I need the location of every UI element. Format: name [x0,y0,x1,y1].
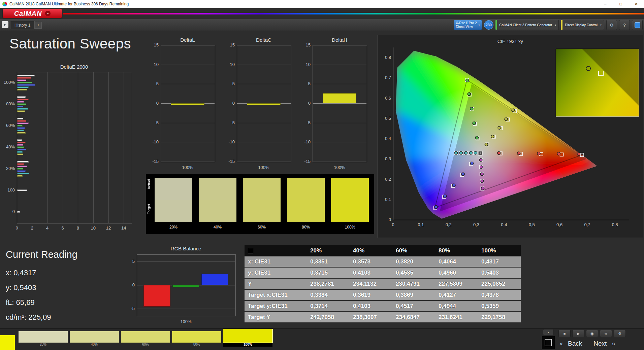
workspace-button[interactable] [632,20,643,30]
gridline [313,123,366,123]
rgb-bar-blue [201,274,228,285]
x-category-label: 100% [161,165,215,170]
stop-icon[interactable]: ■ [558,330,571,337]
deltae-bar [17,132,26,134]
settings-icon[interactable]: ⚙ [614,330,626,337]
measured-point [498,126,501,129]
table-cell: 0,4944 [435,301,478,311]
workspace-icon [635,22,640,28]
y-tick-label: -10 [298,139,311,144]
help-button[interactable]: ? [619,20,630,30]
deltae-bar [17,125,23,127]
gridline [313,84,366,84]
maximize-button[interactable]: □ [613,0,629,8]
cie-x-tick: 0,4 [498,222,510,227]
cie-x-tick: 0,7 [581,222,593,227]
table-cell: 0,3820 [392,256,435,267]
x-tick-label: 0 [13,225,21,231]
gridline [161,84,215,84]
close-button[interactable]: ✕ [629,0,644,8]
gridline [137,261,235,262]
y-tick-label: 0 [146,101,159,106]
pattern-source-button[interactable]: CalMAN Client 3 Pattern Generator ▾ [495,20,559,30]
reading-y: y: 0,5403 [6,280,77,295]
next-button[interactable]: Next [593,340,607,347]
target-axis-label: Target [147,204,151,214]
cie-y-tick: 0,6 [378,96,391,101]
cie-x-tick: 0,1 [415,222,427,227]
tab-history-1[interactable]: History 1 [10,21,35,29]
pattern-button-100%[interactable]: 100% [223,329,272,345]
x-tick-label: 14 [120,225,128,231]
rgb-balance-chart: RGB Balance 50-5100% [122,245,240,326]
gridline [63,72,63,223]
chart-title: DeltaC [237,37,291,43]
minimize-button[interactable]: – [598,0,613,8]
table-cell: 0,3384 [307,290,350,300]
table-header-cell: 40% [350,245,392,256]
settings-button[interactable]: ⚙ [606,20,617,30]
meter-device-button[interactable]: X-Rite i1Pro 2 Direct View ▾ [454,20,482,30]
pattern-button-60%[interactable]: 60% [121,331,170,347]
gridline [237,162,291,162]
target-swatch [155,200,192,222]
table-cell: 0,4103 [350,301,392,311]
deltae-bar [17,149,26,150]
measured-point [480,166,483,169]
y-tick-label: 5 [146,81,159,86]
deltae-bar [17,130,24,131]
gridline [32,72,32,223]
gridline [237,123,291,123]
window-controls: – □ ✕ [598,0,644,8]
logo-dropdown-icon[interactable]: ▾ [45,11,51,16]
add-tab-button[interactable]: + [35,22,42,29]
play-icon[interactable]: ▶ [572,330,584,337]
pattern-button-40%[interactable]: 40% [70,331,119,347]
chevron-down-icon: ▾ [479,24,480,27]
forward-icon[interactable]: » [609,340,618,347]
cie-x-tick: 0 [387,222,399,227]
measured-point [485,143,488,146]
rewind-icon[interactable]: « [556,340,566,347]
pattern-button-80%[interactable]: 80% [172,331,221,347]
help-icon: ? [623,23,625,28]
x-tick-label: 4 [43,225,52,231]
expand-up-icon[interactable]: ▲ [543,329,554,335]
back-button[interactable]: Back [568,340,582,347]
y-group-label: 40% [0,144,15,149]
table-row-label: x: CIE31 [245,256,307,267]
deltae-bar [17,86,29,88]
table-row-label: Target x:CIE31 [245,290,307,300]
swatch-label: 20% [155,225,192,230]
table-cell: 229,1758 [478,312,521,322]
deltae-bar [17,175,23,177]
measured-point [455,151,458,154]
actual-swatch [243,178,281,200]
pattern-window-button[interactable] [542,336,555,349]
calman-logo[interactable]: CalMAN ▾ [3,9,62,18]
chart-title: DeltaE 2000 [17,64,131,70]
luminance-badge[interactable]: 230 [484,20,493,30]
camera-icon[interactable]: ◉ [586,330,598,337]
display-control-button[interactable]: Direct Display Control ▾ [561,20,604,30]
y-tick-label: -5 [122,306,135,311]
table-cell: 238,3607 [350,312,392,322]
deltae-bar [17,75,35,76]
history-expand-icon[interactable]: ▶ [2,21,8,28]
measured-point [459,151,462,154]
actual-swatch [287,178,325,200]
y-tick-label: 0 [298,101,311,106]
saturation-table: 20%40%60%80%100%x: CIE310,33510,35730,38… [245,245,521,322]
table-corner-cell [245,245,307,256]
measured-point [577,152,580,155]
gridline [161,123,215,123]
deltae-bar [17,163,24,165]
loop-icon[interactable]: ∞ [600,330,612,337]
transport-controls: ■▶◉∞⚙ [558,330,626,337]
pattern-button-20%[interactable]: 20% [19,331,68,347]
table-row-label: y: CIE31 [245,268,307,278]
plot-frame [313,45,367,162]
target-swatch [243,200,281,222]
y-tick-label: -10 [222,139,235,144]
gridline [137,309,235,309]
